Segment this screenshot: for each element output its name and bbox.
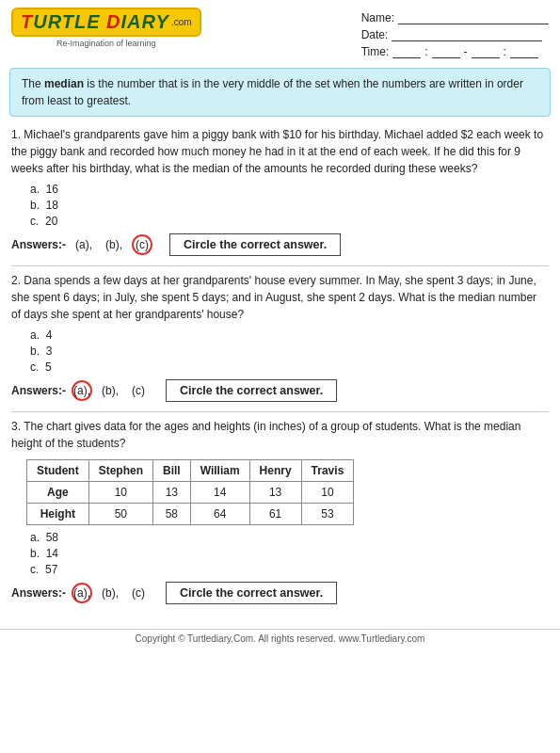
- question-1: 1. Michael's grandparents gave him a pig…: [11, 126, 549, 256]
- question-1-text: 1. Michael's grandparents gave him a pig…: [11, 126, 549, 177]
- q3-options: a. 58 b. 14 c. 57: [11, 531, 549, 576]
- col-bill: Bill: [153, 460, 191, 482]
- time-line-2: [432, 45, 460, 58]
- q1-option-c: c. 20: [30, 215, 549, 228]
- q2-option-a: a. 4: [30, 328, 549, 342]
- col-stephen: Stephen: [88, 460, 152, 482]
- question-3: 3. The chart gives data for the ages and…: [11, 418, 549, 604]
- q1-options: a. 16 b. 18 c. 20: [11, 183, 549, 228]
- question-2-text: 2. Dana spends a few days at her grandpa…: [11, 272, 549, 323]
- time-line-4: [510, 45, 538, 58]
- q1-body: Michael's grandparents gave him a piggy …: [11, 128, 543, 175]
- time-line-3: [472, 45, 500, 58]
- q1-answer-row: Answers:- (a), (b), (c) Circle the corre…: [11, 233, 549, 256]
- col-travis: Travis: [301, 460, 354, 482]
- q1-option-a: a. 16: [30, 183, 549, 196]
- date-line: [392, 28, 542, 41]
- row-label-height: Height: [27, 504, 89, 525]
- cell-height-bill: 58: [153, 504, 191, 525]
- page-footer: Copyright © Turtlediary.Com. All rights …: [0, 629, 560, 648]
- time-line-1: [392, 45, 421, 58]
- time-colon-1: :: [424, 45, 427, 58]
- q2-number: 2.: [11, 274, 21, 287]
- definition-bold-word: median: [44, 77, 84, 90]
- logo-area: TURTLE DIARY .com Re-Imagination of lear…: [11, 8, 201, 48]
- cell-height-henry: 61: [249, 504, 301, 525]
- time-dash: -: [464, 45, 468, 58]
- q3-option-c: c. 57: [30, 563, 549, 576]
- q3-table: Student Stephen Bill William Henry Travi…: [26, 459, 354, 525]
- row-label-age: Age: [27, 482, 89, 504]
- q1-circled-c: (c): [132, 234, 152, 255]
- col-student: Student: [27, 460, 89, 482]
- q1-option-b: b. 18: [30, 199, 549, 212]
- q3-option-a: a. 58: [30, 531, 549, 544]
- q3-answer-row: Answers:- (a), (b), (c) Circle the corre…: [11, 582, 549, 604]
- divider-2: [11, 411, 549, 412]
- logo-com: .com: [171, 17, 192, 27]
- col-william: William: [190, 460, 249, 482]
- date-field-row: Date:: [361, 28, 549, 41]
- q2-answer-b: (b),: [98, 384, 122, 397]
- cell-height-travis: 53: [301, 504, 354, 525]
- q3-option-b: b. 14: [30, 547, 549, 560]
- q2-option-b: b. 3: [30, 344, 549, 358]
- date-label: Date:: [361, 28, 389, 41]
- q2-circled-a: (a),: [72, 380, 92, 401]
- table-row-age: Age 10 13 14 13 10: [27, 482, 354, 504]
- page-header: TURTLE DIARY .com Re-Imagination of lear…: [0, 0, 560, 62]
- col-henry: Henry: [249, 460, 301, 482]
- q3-number: 3.: [11, 420, 21, 433]
- fields-area: Name: Date: Time: : - :: [361, 8, 549, 58]
- table-row-height: Height 50 58 64 61 53: [27, 504, 354, 525]
- footer-text: Copyright © Turtlediary.Com. All rights …: [136, 633, 425, 644]
- q2-body: Dana spends a few days at her grandparen…: [11, 274, 536, 321]
- main-content: 1. Michael's grandparents gave him a pig…: [0, 122, 560, 621]
- q2-options: a. 4 b. 3 c. 5: [11, 328, 549, 374]
- q1-answer-b: (b),: [102, 238, 126, 251]
- q3-answer-c: (c): [128, 586, 149, 600]
- q3-body: The chart gives data for the ages and he…: [11, 420, 520, 450]
- q2-answer-row: Answers:- (a), (b), (c) Circle the corre…: [11, 379, 549, 402]
- q3-circle-box: Circle the correct answer.: [166, 582, 337, 604]
- cell-height-stephen: 50: [88, 504, 152, 525]
- q1-number: 1.: [11, 128, 21, 141]
- cell-age-travis: 10: [301, 482, 354, 504]
- cell-age-bill: 13: [153, 482, 191, 504]
- q1-circle-box: Circle the correct answer.: [169, 233, 341, 256]
- name-line: [398, 11, 549, 24]
- logo-text: TURTLE DIARY: [21, 11, 169, 33]
- q2-option-c: c. 5: [30, 360, 549, 374]
- cell-age-william: 14: [190, 482, 249, 504]
- time-field-row: Time: : - :: [361, 45, 549, 58]
- divider-1: [11, 265, 549, 266]
- q3-answer-label: Answers:-: [11, 586, 66, 600]
- logo-tagline: Re-Imagination of learning: [56, 39, 156, 48]
- q2-answer-c: (c): [128, 384, 149, 397]
- logo-box: TURTLE DIARY .com: [11, 8, 201, 37]
- time-colon-2: :: [504, 45, 506, 58]
- time-label: Time:: [361, 45, 390, 58]
- cell-age-henry: 13: [249, 482, 301, 504]
- q1-answer-label: Answers:-: [11, 238, 66, 251]
- q3-answer-b: (b),: [98, 586, 122, 600]
- q3-circled-a: (a),: [72, 583, 92, 603]
- q2-circle-box: Circle the correct answer.: [166, 379, 337, 402]
- question-3-text: 3. The chart gives data for the ages and…: [11, 418, 549, 452]
- name-label: Name:: [361, 11, 394, 24]
- cell-height-william: 64: [190, 504, 249, 525]
- q2-answer-label: Answers:-: [11, 384, 66, 397]
- definition-box: The median is the number that is in the …: [9, 68, 551, 117]
- name-field-row: Name:: [361, 11, 549, 24]
- q1-answer-a: (a),: [72, 238, 96, 251]
- cell-age-stephen: 10: [88, 482, 152, 504]
- question-2: 2. Dana spends a few days at her grandpa…: [11, 272, 549, 402]
